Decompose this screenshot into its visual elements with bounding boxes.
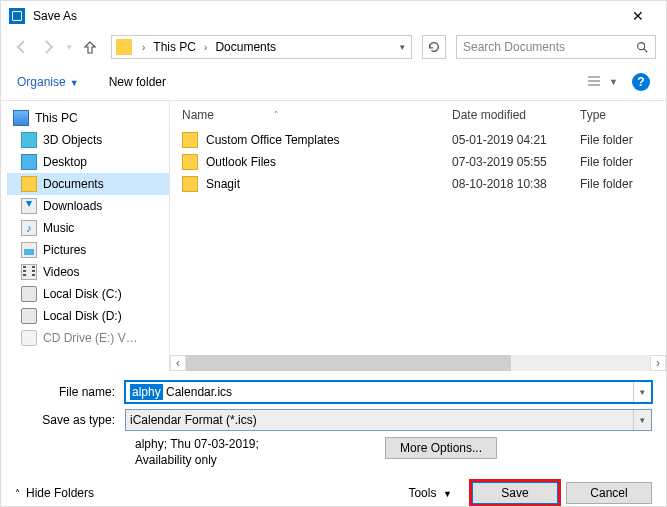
- cd-icon: [21, 330, 37, 346]
- hide-folders-button[interactable]: ˄ Hide Folders: [15, 486, 94, 500]
- horizontal-scrollbar[interactable]: ‹ ›: [170, 355, 666, 371]
- calendar-meta-text: alphy; Thu 07-03-2019; Availability only: [135, 437, 385, 468]
- refresh-button[interactable]: [422, 35, 446, 59]
- scroll-thumb[interactable]: [186, 355, 511, 371]
- filename-label: File name:: [15, 385, 125, 399]
- nav-forward-icon[interactable]: [37, 36, 59, 58]
- chevron-right-icon[interactable]: ›: [198, 42, 213, 53]
- sidebar-videos[interactable]: Videos: [7, 261, 169, 283]
- sidebar-pictures[interactable]: Pictures: [7, 239, 169, 261]
- file-rows: Custom Office Templates 05-01-2019 04:21…: [170, 129, 666, 195]
- window-title: Save As: [33, 9, 77, 23]
- file-row[interactable]: Outlook Files 07-03-2019 05:55 File fold…: [182, 151, 666, 173]
- chevron-right-icon[interactable]: ›: [136, 42, 151, 53]
- nav-up-icon[interactable]: [79, 36, 101, 58]
- sidebar-music[interactable]: ♪Music: [7, 217, 169, 239]
- file-row[interactable]: Snagit 08-10-2018 10:38 File folder: [182, 173, 666, 195]
- sidebar-this-pc[interactable]: This PC: [7, 107, 169, 129]
- body: This PC 3D Objects Desktop Documents Dow…: [1, 101, 666, 371]
- outlook-app-icon: [9, 8, 25, 24]
- download-icon: [21, 198, 37, 214]
- scroll-left-icon[interactable]: ‹: [170, 355, 186, 371]
- sidebar-3d-objects[interactable]: 3D Objects: [7, 129, 169, 151]
- sort-asc-icon: ˄: [274, 110, 279, 120]
- desktop-icon: [21, 154, 37, 170]
- column-name[interactable]: Name˄: [182, 108, 452, 122]
- folder-icon: [21, 176, 37, 192]
- pictures-icon: [21, 242, 37, 258]
- breadcrumb-documents[interactable]: Documents: [213, 40, 278, 54]
- view-options-button[interactable]: ▼: [587, 75, 618, 89]
- svg-point-0: [638, 43, 645, 50]
- toolbar: Organise▼ New folder ▼ ?: [1, 63, 666, 101]
- cancel-button[interactable]: Cancel: [566, 482, 652, 504]
- search-placeholder: Search Documents: [463, 40, 565, 54]
- sidebar-local-disk-c[interactable]: Local Disk (C:): [7, 283, 169, 305]
- svg-line-1: [644, 49, 648, 53]
- more-options-button[interactable]: More Options...: [385, 437, 497, 459]
- dropdown-icon: ▼: [443, 489, 452, 499]
- dropdown-icon[interactable]: ▾: [633, 410, 651, 430]
- savetype-dropdown[interactable]: iCalendar Format (*.ics) ▾: [125, 409, 652, 431]
- column-headers: Name˄ Date modified Type: [170, 101, 666, 129]
- search-icon: [635, 40, 649, 54]
- tools-menu[interactable]: Tools ▼: [408, 486, 452, 500]
- new-folder-button[interactable]: New folder: [109, 75, 166, 89]
- sidebar-documents[interactable]: Documents: [7, 173, 169, 195]
- nav-row: ▾ › This PC › Documents ▾ Search Documen…: [1, 31, 666, 63]
- file-row[interactable]: Custom Office Templates 05-01-2019 04:21…: [182, 129, 666, 151]
- column-type[interactable]: Type: [580, 108, 666, 122]
- organise-menu[interactable]: Organise▼: [17, 75, 79, 89]
- chevron-up-icon: ˄: [15, 488, 20, 499]
- folder-icon: [182, 176, 198, 192]
- dropdown-icon: ▼: [609, 77, 618, 87]
- sidebar-downloads[interactable]: Downloads: [7, 195, 169, 217]
- file-list-pane: Name˄ Date modified Type Custom Office T…: [169, 101, 666, 371]
- folder-icon: [182, 132, 198, 148]
- nav-recent-dropdown-icon[interactable]: ▾: [63, 36, 75, 58]
- videos-icon: [21, 264, 37, 280]
- save-button[interactable]: Save: [472, 482, 558, 504]
- nav-back-icon[interactable]: [11, 36, 33, 58]
- music-icon: ♪: [21, 220, 37, 236]
- sidebar-local-disk-d[interactable]: Local Disk (D:): [7, 305, 169, 327]
- bottom-panel: File name: alphy Calendar.ics ▾ Save as …: [1, 371, 666, 507]
- disk-icon: [21, 286, 37, 302]
- sidebar-cd-drive[interactable]: CD Drive (E:) V…: [7, 327, 169, 349]
- folder-icon: [182, 154, 198, 170]
- savetype-label: Save as type:: [15, 413, 125, 427]
- search-input[interactable]: Search Documents: [456, 35, 656, 59]
- address-bar[interactable]: › This PC › Documents ▾: [111, 35, 412, 59]
- breadcrumb-this-pc[interactable]: This PC: [151, 40, 198, 54]
- column-date[interactable]: Date modified: [452, 108, 580, 122]
- cube-icon: [21, 132, 37, 148]
- address-dropdown-icon[interactable]: ▾: [400, 42, 407, 52]
- scroll-track[interactable]: [186, 355, 650, 371]
- disk-icon: [21, 308, 37, 324]
- sidebar: This PC 3D Objects Desktop Documents Dow…: [1, 101, 169, 371]
- folder-icon: [116, 39, 132, 55]
- filename-input[interactable]: alphy Calendar.ics ▾: [125, 381, 652, 403]
- monitor-icon: [13, 110, 29, 126]
- dropdown-icon[interactable]: ▾: [633, 382, 651, 402]
- close-icon[interactable]: ✕: [618, 8, 658, 24]
- scroll-right-icon[interactable]: ›: [650, 355, 666, 371]
- titlebar: Save As ✕: [1, 1, 666, 31]
- sidebar-desktop[interactable]: Desktop: [7, 151, 169, 173]
- dropdown-icon: ▼: [70, 78, 79, 88]
- help-button[interactable]: ?: [632, 73, 650, 91]
